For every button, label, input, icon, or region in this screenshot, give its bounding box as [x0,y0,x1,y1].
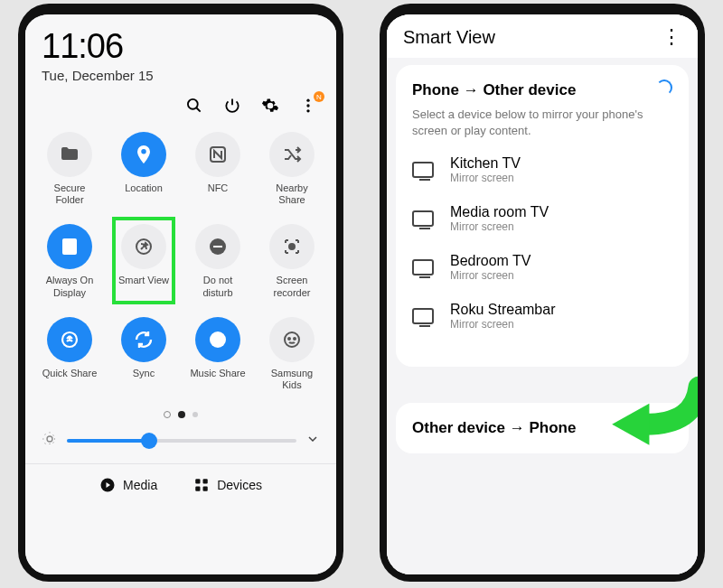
tv-icon [412,259,434,275]
brightness-slider-row [25,418,336,458]
tile-label: Secure Folder [54,182,86,206]
svg-line-26 [53,434,55,436]
tile-sync[interactable]: Sync [107,315,181,393]
svg-point-3 [306,104,309,107]
devices-label: Devices [217,478,262,492]
svg-point-17 [294,338,296,340]
device-item[interactable]: Media room TVMirror screen [412,204,672,233]
tile-samsung-kids[interactable]: Samsung Kids [255,315,329,393]
shuffle-icon [269,132,315,177]
tile-smart-view[interactable]: Smart View [107,222,181,300]
qs-actions: N [25,89,336,125]
bottom-bar: Media Devices [25,463,336,506]
tile-nfc[interactable]: NFC [181,130,255,208]
media-button[interactable]: Media [99,477,157,493]
svg-rect-32 [203,487,208,491]
search-icon[interactable] [184,96,204,116]
pin-icon [121,132,166,177]
svg-point-4 [306,109,309,112]
tile-label: Always On Display [46,275,94,298]
svg-rect-30 [203,479,208,483]
device-text: Media room TVMirror screen [450,204,549,233]
tv-icon [412,162,434,178]
brightness-slider[interactable] [67,439,296,443]
clock-date: Tue, December 15 [42,68,320,83]
svg-line-24 [53,443,55,444]
tile-label: NFC [208,182,229,194]
tile-label: Samsung Kids [271,368,313,391]
device-item[interactable]: Kitchen TVMirror screen [412,155,672,184]
share-icon [47,317,92,362]
svg-rect-7 [65,241,74,247]
clock-area: 11:06 Tue, December 15 [25,14,336,89]
sv-header: Smart View ⋮ [387,14,698,58]
page-title: Smart View [403,27,495,48]
device-sub: Mirror screen [450,318,556,331]
phone-right: Smart View ⋮ Phone → Other device Select… [380,4,705,582]
brightness-icon [42,431,58,451]
chevron-down-icon[interactable] [305,432,320,450]
tile-label: Quick Share [42,368,98,379]
gear-icon[interactable] [260,96,280,116]
cast-icon [121,224,166,269]
quick-tiles-grid: Secure FolderLocationNFCNearby ShareAlwa… [25,125,336,398]
sv-card-reverse[interactable]: Other device → Phone [396,403,689,453]
music-icon [195,317,240,362]
record-icon [269,224,315,269]
media-label: Media [123,478,157,492]
tile-label: Music Share [190,368,245,379]
svg-rect-11 [213,246,222,247]
tile-always-on-display[interactable]: Always On Display [33,222,107,300]
device-text: Kitchen TVMirror screen [450,155,521,184]
tile-label: Do not disturb [202,275,232,298]
tile-label: Smart View [118,275,169,286]
svg-line-25 [45,443,47,444]
tile-music-share[interactable]: Music Share [181,315,255,393]
section-heading: Other device → Phone [412,419,672,437]
tile-do-not-disturb[interactable]: Do not disturb [181,222,255,300]
notification-badge: N [314,91,324,102]
device-sub: Mirror screen [450,220,549,233]
sync-icon [121,317,166,362]
svg-point-0 [188,99,198,109]
svg-point-2 [306,99,309,102]
svg-point-18 [47,436,52,442]
device-text: Bedroom TVMirror screen [450,253,531,282]
svg-point-15 [285,332,299,347]
smart-view-screen: Smart View ⋮ Phone → Other device Select… [387,14,698,574]
device-name: Bedroom TV [450,253,531,269]
sv-body: Phone → Other device Select a device bel… [387,58,698,574]
svg-point-12 [289,244,295,249]
device-name: Kitchen TV [450,155,521,172]
more-icon[interactable]: ⋮ [662,25,681,49]
devices-button[interactable]: Devices [193,477,262,493]
dot[interactable] [192,412,198,417]
dot[interactable] [164,411,171,418]
clock-time: 11:06 [42,27,320,66]
tile-label: Nearby Share [276,182,307,206]
heading-text: Phone → Other device [412,81,576,99]
tile-quick-share[interactable]: Quick Share [33,315,107,393]
svg-marker-9 [144,243,147,247]
tile-location[interactable]: Location [107,130,181,208]
page-dots [25,411,336,418]
tile-screen-recorder[interactable]: Screen recorder [255,222,329,300]
device-list: Kitchen TVMirror screenMedia room TVMirr… [412,155,672,331]
sv-card-mirror: Phone → Other device Select a device bel… [396,65,689,367]
section-heading: Phone → Other device [412,81,672,99]
device-text: Roku StreambarMirror screen [450,302,556,331]
folder-icon [47,132,92,177]
kids-icon [269,317,315,362]
device-item[interactable]: Bedroom TVMirror screen [412,253,672,282]
tile-secure-folder[interactable]: Secure Folder [33,130,107,208]
device-item[interactable]: Roku StreambarMirror screen [412,302,672,331]
tile-label: Screen recorder [274,275,311,298]
tile-nearby-share[interactable]: Nearby Share [255,130,329,208]
minus-icon [195,224,240,269]
tile-label: Sync [133,368,155,379]
device-name: Media room TV [450,204,549,220]
dot-active [178,411,185,418]
power-icon[interactable] [222,96,242,116]
loading-spinner-icon [656,79,672,96]
tv-icon [412,210,434,227]
